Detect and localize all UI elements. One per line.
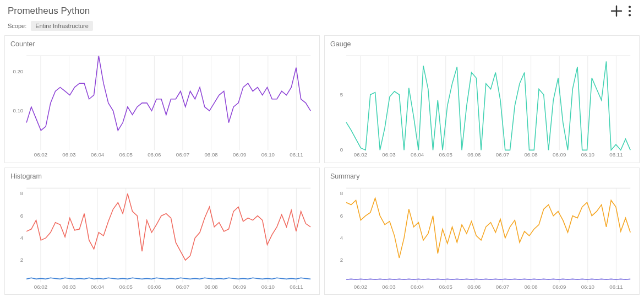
- svg-text:06:02: 06:02: [34, 152, 47, 158]
- plus-icon: [610, 4, 623, 18]
- panel-gauge[interactable]: Gauge 06:0206:0306:0406:0506:0606:0706:0…: [324, 35, 640, 163]
- svg-text:0.10: 0.10: [13, 107, 23, 114]
- svg-text:06:03: 06:03: [62, 152, 75, 158]
- svg-text:06:02: 06:02: [34, 284, 47, 290]
- page-title: Prometheus Python: [8, 6, 90, 17]
- svg-text:06:03: 06:03: [382, 152, 395, 158]
- panel-grid: Counter 06:0206:0306:0406:0506:0606:0706…: [0, 35, 644, 297]
- svg-text:06:07: 06:07: [176, 284, 189, 290]
- chart-gauge: 06:0206:0306:0406:0506:0606:0706:0806:09…: [325, 50, 639, 163]
- svg-text:06:07: 06:07: [496, 152, 509, 158]
- svg-text:06:03: 06:03: [62, 284, 75, 290]
- svg-text:06:08: 06:08: [524, 152, 537, 158]
- svg-text:06:10: 06:10: [261, 152, 275, 158]
- svg-text:06:07: 06:07: [496, 284, 509, 290]
- scope-label: Scope:: [8, 23, 26, 29]
- svg-point-2: [629, 14, 631, 16]
- chart-summary: 06:0206:0306:0406:0506:0606:0706:0806:09…: [325, 182, 639, 295]
- svg-text:06:05: 06:05: [439, 152, 452, 158]
- svg-text:06:09: 06:09: [553, 152, 566, 158]
- svg-text:06:11: 06:11: [290, 152, 303, 158]
- svg-text:06:06: 06:06: [148, 152, 161, 158]
- svg-text:06:09: 06:09: [233, 152, 246, 158]
- panel-title: Histogram: [5, 168, 319, 182]
- chart-histogram: 06:0206:0306:0406:0506:0606:0706:0806:09…: [5, 182, 319, 295]
- svg-text:06:09: 06:09: [233, 284, 246, 290]
- svg-text:8: 8: [20, 190, 23, 196]
- svg-text:06:04: 06:04: [91, 152, 105, 158]
- svg-text:06:08: 06:08: [204, 152, 217, 158]
- svg-text:06:03: 06:03: [382, 284, 395, 290]
- svg-text:06:10: 06:10: [581, 152, 595, 158]
- svg-text:06:05: 06:05: [119, 152, 133, 158]
- svg-text:06:02: 06:02: [354, 284, 367, 290]
- svg-text:4: 4: [340, 234, 343, 240]
- svg-text:06:06: 06:06: [467, 284, 481, 290]
- svg-text:2: 2: [20, 257, 23, 263]
- svg-text:06:10: 06:10: [581, 284, 595, 290]
- more-vertical-icon: [623, 4, 636, 18]
- panel-title: Gauge: [325, 36, 639, 50]
- panel-title: Counter: [5, 36, 319, 50]
- svg-text:06:10: 06:10: [261, 284, 275, 290]
- svg-text:06:05: 06:05: [439, 284, 452, 290]
- svg-point-1: [629, 10, 631, 12]
- svg-text:0: 0: [340, 147, 343, 153]
- svg-text:06:04: 06:04: [411, 152, 424, 158]
- svg-text:06:11: 06:11: [609, 152, 623, 158]
- panel-histogram[interactable]: Histogram 06:0206:0306:0406:0506:0606:07…: [4, 168, 320, 295]
- svg-text:6: 6: [340, 212, 343, 218]
- svg-text:06:05: 06:05: [119, 284, 133, 290]
- svg-text:0.20: 0.20: [13, 68, 23, 74]
- svg-text:06:08: 06:08: [204, 284, 217, 290]
- svg-text:06:04: 06:04: [91, 284, 105, 290]
- panel-summary[interactable]: Summary 06:0206:0306:0406:0506:0606:0706…: [324, 168, 640, 295]
- chart-counter: 06:0206:0306:0406:0506:0606:0706:0806:09…: [5, 50, 319, 163]
- svg-text:06:08: 06:08: [524, 284, 537, 290]
- more-menu-button[interactable]: [623, 4, 636, 18]
- header: Prometheus Python: [0, 0, 644, 20]
- svg-text:5: 5: [340, 91, 343, 98]
- svg-text:4: 4: [20, 234, 24, 240]
- svg-text:6: 6: [20, 212, 23, 218]
- svg-point-0: [629, 6, 631, 8]
- svg-text:06:04: 06:04: [411, 284, 424, 290]
- scope-row: Scope: Entire Infrastructure: [0, 20, 644, 35]
- panel-counter[interactable]: Counter 06:0206:0306:0406:0506:0606:0706…: [4, 35, 320, 163]
- add-button[interactable]: [610, 4, 623, 18]
- svg-text:06:09: 06:09: [553, 284, 566, 290]
- svg-text:06:02: 06:02: [354, 152, 367, 158]
- svg-text:2: 2: [340, 257, 343, 263]
- svg-text:06:06: 06:06: [148, 284, 161, 290]
- svg-text:06:07: 06:07: [176, 152, 189, 158]
- scope-value[interactable]: Entire Infrastructure: [31, 21, 93, 31]
- panel-title: Summary: [325, 168, 639, 182]
- svg-text:06:11: 06:11: [609, 284, 623, 290]
- svg-text:06:11: 06:11: [290, 284, 303, 290]
- svg-text:06:06: 06:06: [467, 152, 481, 158]
- svg-text:8: 8: [340, 190, 343, 196]
